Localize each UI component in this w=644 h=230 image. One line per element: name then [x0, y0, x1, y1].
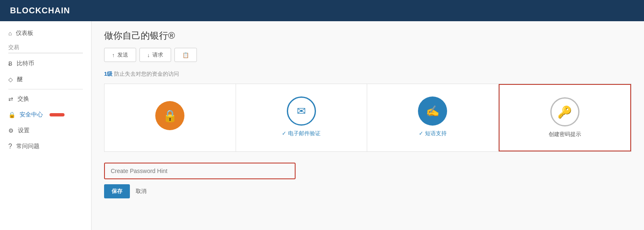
security-card-sms[interactable]: ✍ ✓ 短语支持: [367, 84, 499, 151]
sms-icon: ✍: [426, 105, 439, 118]
cancel-button[interactable]: 取消: [136, 188, 147, 195]
sidebar-item-bitcoin[interactable]: 比特币: [0, 56, 91, 72]
email-icon: ✉: [297, 105, 306, 118]
save-button[interactable]: 保存: [104, 184, 130, 198]
sidebar-item-label: 常问问题: [16, 143, 40, 150]
send-button[interactable]: ↑ 发送: [104, 48, 136, 62]
sidebar-item-label: 交换: [17, 95, 29, 103]
sidebar-divider-1: [8, 89, 83, 89]
sidebar-section-transactions: 交易: [0, 41, 91, 56]
sidebar-item-security[interactable]: 安全中心: [0, 107, 91, 123]
password-hint-input[interactable]: [105, 163, 295, 178]
sidebar-item-label: 比特币: [17, 60, 34, 67]
section-level: 1级: [104, 71, 112, 77]
lock-circle: 🔒: [155, 101, 184, 130]
home-icon: [8, 30, 12, 37]
clipboard-icon: 📋: [182, 52, 189, 58]
hint-input-wrapper: [104, 163, 296, 179]
sidebar: 仪表板 交易 比特币 醚 交换 安全中心 设置: [0, 21, 92, 230]
eth-icon: [8, 76, 13, 83]
header: BLOCKCHAIN: [0, 0, 644, 21]
send-label: 发送: [117, 51, 128, 59]
key-circle: 🔑: [550, 97, 579, 126]
app-logo: BLOCKCHAIN: [10, 6, 70, 15]
hint-actions: 保存 取消: [104, 184, 632, 198]
sidebar-item-label: 醚: [17, 76, 23, 83]
security-icon: [8, 111, 15, 118]
sidebar-item-eth[interactable]: 醚: [0, 72, 91, 87]
faq-icon: [8, 143, 12, 150]
main-layout: 仪表板 交易 比特币 醚 交换 安全中心 设置: [0, 21, 644, 230]
sidebar-item-label: 安全中心: [20, 111, 43, 119]
key-icon: 🔑: [557, 105, 572, 119]
page-title: 做你自己的银行®: [104, 30, 632, 42]
sidebar-item-dashboard[interactable]: 仪表板: [0, 25, 91, 41]
sidebar-item-label: 设置: [18, 127, 30, 134]
clipboard-button[interactable]: 📋: [174, 48, 197, 62]
sms-circle: ✍: [418, 96, 447, 126]
exchange-icon: [8, 96, 13, 102]
security-card-password: 🔒: [104, 84, 236, 151]
security-card-email[interactable]: ✉ ✓ 电子邮件验证: [236, 84, 368, 151]
hint-form: 保存 取消: [104, 160, 632, 201]
transactions-label: 交易: [8, 44, 19, 50]
password-hint-label: 创建密码提示: [549, 131, 581, 138]
request-button[interactable]: ↓ 请求: [139, 48, 172, 62]
sidebar-item-exchange[interactable]: 交换: [0, 91, 91, 107]
lock-icon: 🔒: [163, 109, 177, 123]
security-badge: [50, 113, 65, 116]
section-description: 防止失去对您的资金的访问: [114, 71, 179, 77]
content-area: 做你自己的银行® ↑ 发送 ↓ 请求 📋 1级 防止失去对您的资金的访问: [92, 21, 644, 230]
bitcoin-icon: [8, 60, 12, 67]
request-label: 请求: [152, 51, 163, 59]
settings-icon: [8, 127, 14, 134]
action-buttons: ↑ 发送 ↓ 请求 📋: [104, 48, 632, 62]
security-cards: 🔒 ✉ ✓ 电子邮件验证 ✍ ✓ 短语支持 🔑: [104, 84, 632, 152]
section-header: 1级 防止失去对您的资金的访问: [104, 70, 632, 78]
security-card-password-hint[interactable]: 🔑 创建密码提示: [499, 84, 632, 151]
receive-icon: ↓: [147, 52, 150, 58]
email-circle: ✉: [287, 96, 316, 126]
sidebar-item-settings[interactable]: 设置: [0, 123, 91, 138]
sidebar-item-faq[interactable]: 常问问题: [0, 138, 91, 154]
send-icon: ↑: [112, 52, 115, 58]
sidebar-item-label: 仪表板: [16, 30, 33, 37]
email-check: ✓ 电子邮件验证: [282, 130, 321, 137]
sms-check: ✓ 短语支持: [419, 130, 447, 137]
